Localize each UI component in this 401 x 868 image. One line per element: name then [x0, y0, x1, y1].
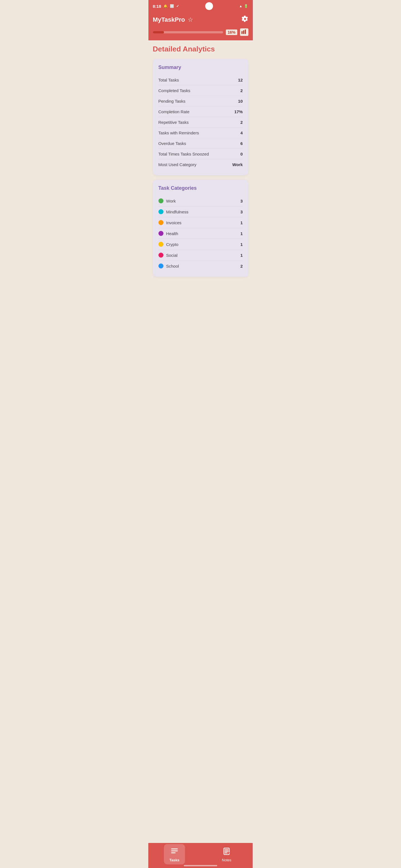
screen-icon: ⬜	[170, 4, 174, 8]
progress-bar-container	[153, 31, 223, 33]
category-count: 3	[240, 210, 242, 214]
row-label: Total Times Tasks Snoozed	[159, 152, 209, 156]
row-label: Total Tasks	[159, 78, 179, 82]
table-row: Repetitive Tasks 2	[159, 117, 243, 128]
table-row: Most Used Category Work	[159, 159, 243, 170]
table-row: Total Times Tasks Snoozed 0	[159, 149, 243, 159]
list-item: School 2	[159, 261, 243, 271]
row-label: Tasks with Reminders	[159, 130, 199, 135]
task-check-icon: ✓	[176, 4, 179, 8]
list-item: Mindfulness 3	[159, 207, 243, 217]
row-label: Overdue Tasks	[159, 141, 186, 146]
category-count: 1	[240, 220, 242, 225]
category-name: Health	[166, 231, 178, 236]
page-title: Detailed Analytics	[153, 45, 249, 54]
category-color-dot	[159, 242, 164, 247]
list-item: Health 1	[159, 228, 243, 239]
main-content: Detailed Analytics Summary Total Tasks 1…	[148, 40, 253, 309]
list-item: Invoices 1	[159, 217, 243, 228]
summary-card-title: Summary	[159, 65, 243, 70]
list-item: Work 3	[159, 195, 243, 207]
row-label: Most Used Category	[159, 162, 197, 167]
wifi-icon: ▲	[239, 4, 242, 8]
table-row: Total Tasks 12	[159, 75, 243, 85]
categories-card-title: Task Categories	[159, 185, 243, 191]
notification-icon: 🔔	[164, 4, 168, 8]
list-item: Crypto 1	[159, 239, 243, 250]
row-label: Pending Tasks	[159, 99, 185, 103]
table-row: Completed Tasks 2	[159, 85, 243, 96]
list-item: Social 1	[159, 250, 243, 261]
svg-rect-0	[241, 31, 242, 34]
status-bar: 8:18 🔔 ⬜ ✓ ▲ 🔋	[148, 0, 253, 12]
row-value: 6	[240, 141, 242, 146]
row-value: 4	[240, 130, 242, 135]
table-row: Overdue Tasks 6	[159, 138, 243, 149]
status-bar-right: ▲ 🔋	[239, 4, 249, 8]
row-value: 2	[240, 120, 242, 125]
app-title: MyTaskPro	[153, 16, 185, 23]
table-row: Completion Rate 17%	[159, 106, 243, 117]
category-count: 1	[240, 253, 242, 258]
categories-card: Task Categories Work 3 Mindfulness 3 Inv…	[153, 180, 249, 277]
category-color-dot	[159, 209, 164, 214]
row-value: 17%	[234, 109, 242, 114]
category-count: 3	[240, 199, 242, 204]
progress-bar-fill	[153, 31, 164, 33]
category-color-dot	[159, 198, 164, 204]
summary-card: Summary Total Tasks 12 Completed Tasks 2…	[153, 59, 249, 175]
camera-icon	[205, 2, 213, 10]
row-label: Completed Tasks	[159, 88, 191, 93]
row-label: Repetitive Tasks	[159, 120, 189, 125]
category-name: Social	[166, 253, 178, 258]
category-color-dot	[159, 253, 164, 258]
category-name: Invoices	[166, 220, 181, 225]
status-bar-left: 8:18 🔔 ⬜ ✓	[153, 4, 179, 9]
category-color-dot	[159, 220, 164, 225]
row-value: Work	[232, 162, 242, 167]
chart-icon	[240, 28, 249, 36]
svg-rect-2	[245, 30, 246, 34]
category-count: 1	[240, 242, 242, 247]
header-left: MyTaskPro ☆	[153, 16, 194, 23]
row-value: 0	[240, 152, 242, 156]
category-color-dot	[159, 264, 164, 269]
table-row: Pending Tasks 10	[159, 96, 243, 106]
category-count: 2	[240, 264, 242, 269]
svg-rect-1	[243, 30, 244, 34]
battery-icon: 🔋	[244, 4, 248, 8]
progress-section: 16%	[148, 28, 253, 40]
row-value: 10	[238, 99, 243, 103]
star-icon[interactable]: ☆	[188, 16, 193, 23]
status-time: 8:18	[153, 4, 161, 9]
row-label: Completion Rate	[159, 109, 190, 114]
category-name: School	[166, 264, 179, 269]
category-count: 1	[240, 231, 242, 236]
category-name: Work	[166, 199, 176, 204]
app-header: MyTaskPro ☆	[148, 12, 253, 28]
progress-label: 16%	[226, 30, 237, 35]
category-name: Crypto	[166, 242, 178, 247]
settings-button[interactable]	[242, 16, 249, 24]
table-row: Tasks with Reminders 4	[159, 128, 243, 138]
category-color-dot	[159, 231, 164, 236]
row-value: 12	[238, 78, 243, 82]
row-value: 2	[240, 88, 242, 93]
category-name: Mindfulness	[166, 210, 189, 214]
